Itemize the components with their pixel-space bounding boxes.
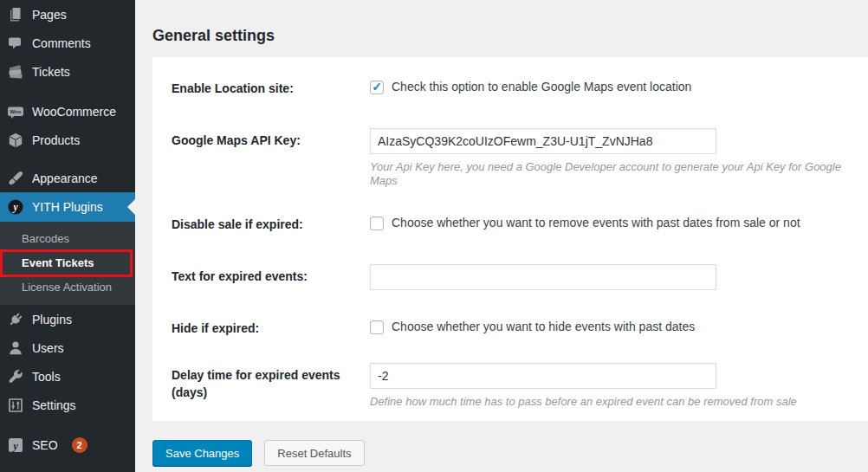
user-icon [7,339,24,357]
setting-row-expired-text: Text for expired events: [172,264,849,290]
submenu-item-event-tickets[interactable]: Event Tickets [0,251,135,275]
submenu-item-label: License Activation [22,281,112,294]
setting-label: Enable Location site: [172,76,370,97]
setting-field: Define how much time has to pass before … [370,363,849,409]
sidebar-item-label: WooCommerce [32,105,116,119]
setting-field: Choose whether you want to hide events w… [370,316,849,335]
sidebar-item-yith-plugins[interactable]: y YITH Plugins [0,192,135,222]
sidebar-item-appearance[interactable]: Appearance [0,164,135,192]
submenu-item-label: Event Tickets [22,256,94,269]
setting-label: Delay time for expired events (days) [172,363,370,401]
wordpress-admin-window: Pages Comments Tickets [0,0,868,472]
delay-time-input[interactable] [370,363,716,389]
submenu-item-barcodes[interactable]: Barcodes [0,227,135,251]
field-help-text: Define how much time has to pass before … [370,395,849,409]
sidebar-item-label: YITH Plugins [32,200,103,214]
admin-sidebar: Pages Comments Tickets [0,0,135,472]
menu-separator [0,419,135,430]
sidebar-item-label: Comments [32,36,91,50]
setting-row-delay-time: Delay time for expired events (days) Def… [172,363,849,409]
setting-field: Check this option to enable Google Maps … [370,76,849,95]
setting-label: Text for expired events: [172,264,370,285]
sidebar-item-products[interactable]: Products [0,126,135,154]
sidebar-item-label: Plugins [32,313,72,327]
sidebar-item-tickets[interactable]: Tickets [0,57,135,86]
sidebar-item-settings[interactable]: Settings [0,391,135,419]
expired-events-text-input[interactable] [370,264,716,290]
main-content: General settings Enable Location site: C… [135,0,868,472]
page-title: General settings [152,26,868,45]
setting-row-hide-if-expired: Hide if expired: Choose whether you want… [172,316,849,337]
sidebar-item-plugins[interactable]: Plugins [0,305,135,333]
setting-label: Hide if expired: [172,316,370,337]
menu-separator [0,86,135,97]
menu-separator [0,154,135,164]
general-settings-panel: Enable Location site: Check this option … [152,57,868,421]
sidebar-item-seo[interactable]: y SEO 2 [0,430,135,459]
setting-field: Your Api Key here, you need a Google Dev… [370,128,849,188]
sliders-icon [7,397,24,414]
setting-row-enable-location: Enable Location site: Check this option … [172,76,849,97]
submenu-item-license-activation[interactable]: License Activation [0,275,135,300]
sidebar-item-label: Users [32,341,64,355]
sidebar-item-woocommerce[interactable]: Woo WooCommerce [0,97,135,126]
setting-field: Choose whether you want to remove events… [370,212,849,231]
hide-if-expired-checkbox[interactable] [370,320,384,334]
sidebar-item-users[interactable]: Users [0,333,135,362]
yith-icon: y [7,198,24,216]
paintbrush-icon [7,170,24,187]
save-changes-button[interactable]: Save Changes [152,440,252,466]
sidebar-item-label: SEO [32,438,58,452]
wrench-icon [7,368,24,385]
disable-sale-checkbox[interactable] [370,217,384,230]
plug-icon [7,311,24,328]
yoast-seo-icon: y [7,436,24,454]
field-help-text: Your Api Key here, you need a Google Dev… [370,160,849,188]
svg-text:y: y [11,440,18,452]
setting-row-api-key: Google Maps API Key: Your Api Key here, … [172,128,849,188]
checkbox-description: Choose whether you want to remove events… [392,215,800,231]
svg-text:Woo: Woo [10,109,22,114]
comments-icon [7,35,24,52]
setting-row-disable-sale: Disable sale if expired: Choose whether … [172,212,849,233]
products-icon [7,132,24,149]
sidebar-item-label: Tools [32,370,61,384]
sidebar-item-comments[interactable]: Comments [0,29,135,57]
google-maps-api-key-input[interactable] [370,128,716,154]
svg-text:y: y [11,202,18,213]
sidebar-item-pages[interactable]: Pages [0,0,135,29]
enable-location-checkbox[interactable] [370,81,384,94]
sidebar-item-label: Products [32,133,80,147]
sidebar-item-label: Tickets [32,65,70,79]
checkbox-description: Choose whether you want to hide events w… [392,319,695,335]
sidebar-item-tools[interactable]: Tools [0,362,135,391]
sidebar-item-label: Pages [32,8,67,22]
submenu-item-label: Barcodes [22,232,69,245]
yith-plugins-submenu: Barcodes Event Tickets License Activatio… [0,222,135,305]
reset-defaults-button[interactable]: Reset Defaults [264,440,364,466]
setting-field [370,264,849,290]
tickets-icon [7,63,24,81]
checkbox-description: Check this option to enable Google Maps … [392,79,691,95]
pages-icon [7,6,24,23]
setting-label: Disable sale if expired: [172,212,370,233]
woocommerce-icon: Woo [7,103,24,120]
seo-notification-badge: 2 [72,437,87,453]
form-actions: Save Changes Reset Defaults [152,440,868,466]
setting-label: Google Maps API Key: [172,128,370,149]
sidebar-item-label: Appearance [32,171,98,185]
current-menu-arrow [120,199,135,215]
sidebar-item-label: Settings [32,398,76,412]
